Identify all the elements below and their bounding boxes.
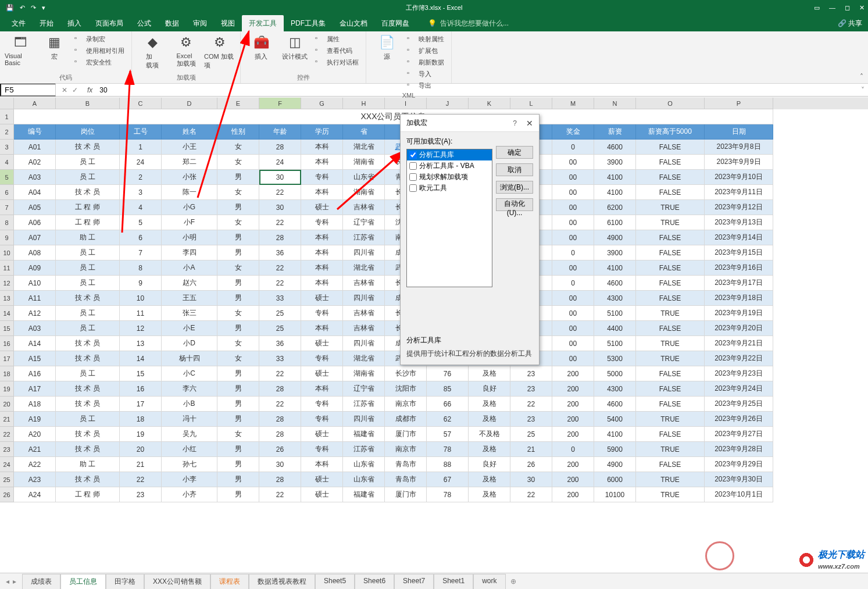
ribbon-属性-button[interactable]: ▫属性 (313, 34, 361, 44)
cell[interactable]: TRUE (636, 442, 705, 457)
cell[interactable]: 2023年9月26日 (705, 412, 773, 427)
cell[interactable]: A14 (14, 336, 56, 351)
cell[interactable]: 员 工 (56, 366, 120, 381)
sheet-tab-田字格[interactable]: 田字格 (106, 574, 144, 590)
cell[interactable]: A19 (14, 412, 56, 427)
cell[interactable]: 本科 (301, 245, 343, 260)
cell[interactable]: 2023年9月29日 (705, 457, 773, 472)
menu-tab-百度网盘[interactable]: 百度网盘 (374, 15, 416, 32)
cell[interactable]: 36 (259, 245, 301, 260)
ribbon-宏安全性-button[interactable]: ▫宏安全性 (72, 57, 127, 67)
cell[interactable]: 200 (552, 412, 594, 427)
cell[interactable]: FALSE (636, 245, 705, 260)
cell[interactable]: 湖南省 (343, 366, 385, 381)
cell[interactable]: 4400 (594, 321, 636, 336)
cell[interactable]: 小王 (162, 140, 217, 155)
column-header-E[interactable]: E (217, 98, 259, 109)
menu-tab-插入[interactable]: 插入 (60, 15, 88, 32)
cell[interactable]: 200 (552, 472, 594, 487)
cell[interactable]: 厦门市 (385, 427, 427, 442)
cell[interactable]: 男 (217, 321, 259, 336)
cell[interactable]: 男 (217, 412, 259, 427)
cell[interactable]: 郑二 (162, 155, 217, 170)
cell[interactable]: 成都市 (385, 412, 427, 427)
cell[interactable]: 21 (510, 442, 552, 457)
cell[interactable]: A10 (14, 276, 56, 291)
cell[interactable]: 年龄 (259, 124, 301, 140)
row-header[interactable]: 6 (0, 185, 14, 200)
row-header[interactable]: 3 (0, 140, 14, 155)
cell[interactable]: A16 (14, 366, 56, 381)
cell[interactable]: 男 (217, 487, 259, 502)
cell[interactable]: 男 (217, 291, 259, 306)
row-header[interactable]: 20 (0, 397, 14, 412)
cell[interactable]: 4900 (594, 230, 636, 245)
cell[interactable]: FALSE (636, 276, 705, 291)
cancel-formula-icon[interactable]: ✕ (62, 86, 67, 94)
ribbon-查看代码-button[interactable]: ▫查看代码 (313, 45, 361, 56)
cell[interactable]: 00 (552, 260, 594, 276)
ribbon-导出-button[interactable]: ▫导出 (405, 80, 446, 91)
cell[interactable]: 4100 (594, 170, 636, 185)
ribbon-com-addins-button[interactable]: ⚙COM 加载项 (204, 34, 235, 70)
cell[interactable]: 2023年9月23日 (705, 366, 773, 381)
cell[interactable]: FALSE (636, 321, 705, 336)
cell[interactable]: 小D (162, 336, 217, 351)
cell[interactable]: 2023年9月12日 (705, 200, 773, 215)
cell[interactable]: 21 (120, 457, 162, 472)
cell[interactable]: 女 (217, 185, 259, 200)
cell[interactable]: 7 (120, 245, 162, 260)
cell[interactable]: 辽宁省 (343, 381, 385, 397)
cell[interactable]: 本科 (301, 457, 343, 472)
cell[interactable]: 2023年9月10日 (705, 170, 773, 185)
fx-icon[interactable]: fx (84, 86, 96, 94)
cell[interactable]: 硕士 (301, 200, 343, 215)
cell[interactable]: A20 (14, 427, 56, 442)
cell[interactable]: 22 (259, 487, 301, 502)
cell[interactable]: 吉林省 (343, 321, 385, 336)
cell[interactable]: 湖北省 (343, 260, 385, 276)
cell[interactable]: 85 (427, 381, 469, 397)
cell[interactable]: 女 (217, 140, 259, 155)
row-header[interactable]: 10 (0, 245, 14, 260)
cell[interactable]: 男 (217, 230, 259, 245)
cell[interactable]: A15 (14, 351, 56, 366)
cell[interactable]: TRUE (636, 472, 705, 487)
cell[interactable]: 16 (120, 381, 162, 397)
cell[interactable]: 本科 (301, 185, 343, 200)
cell[interactable]: 小C (162, 366, 217, 381)
cell[interactable]: 0 (552, 276, 594, 291)
sheet-tab-work[interactable]: work (473, 574, 505, 590)
column-header-B[interactable]: B (56, 98, 120, 109)
ribbon-映射属性-button[interactable]: ▫映射属性 (405, 34, 446, 44)
cell[interactable]: 青岛市 (385, 457, 427, 472)
row-header[interactable]: 22 (0, 427, 14, 442)
cell[interactable]: 4100 (594, 427, 636, 442)
sheet-tab-Sheet1[interactable]: Sheet1 (434, 574, 473, 590)
cell[interactable]: 2023年9月22日 (705, 351, 773, 366)
cell[interactable]: 小齐 (162, 487, 217, 502)
cell[interactable]: 00 (552, 321, 594, 336)
cell[interactable]: 2023年9月19日 (705, 306, 773, 321)
cell[interactable]: 5100 (594, 306, 636, 321)
cell[interactable]: 14 (120, 351, 162, 366)
cell[interactable]: 硕士 (301, 427, 343, 442)
cell[interactable]: A04 (14, 185, 56, 200)
cell[interactable]: 湖南省 (343, 185, 385, 200)
cell[interactable]: 员 工 (56, 260, 120, 276)
cell[interactable]: 技 术 员 (56, 291, 120, 306)
cell[interactable]: 女 (217, 155, 259, 170)
minimize-icon[interactable]: — (829, 4, 835, 12)
cell[interactable]: 17 (120, 397, 162, 412)
menu-tab-公式[interactable]: 公式 (130, 15, 158, 32)
cell[interactable]: 2023年9月30日 (705, 472, 773, 487)
cell[interactable]: 本科 (301, 321, 343, 336)
ribbon-刷新数据-button[interactable]: ▫刷新数据 (405, 57, 446, 67)
cell[interactable]: 88 (427, 457, 469, 472)
cell[interactable]: 女 (217, 215, 259, 230)
cell[interactable]: 及格 (469, 397, 510, 412)
addin-checkbox[interactable] (409, 173, 417, 181)
row-header[interactable]: 26 (0, 487, 14, 502)
cell[interactable]: 00 (552, 215, 594, 230)
cell[interactable]: 专科 (301, 442, 343, 457)
